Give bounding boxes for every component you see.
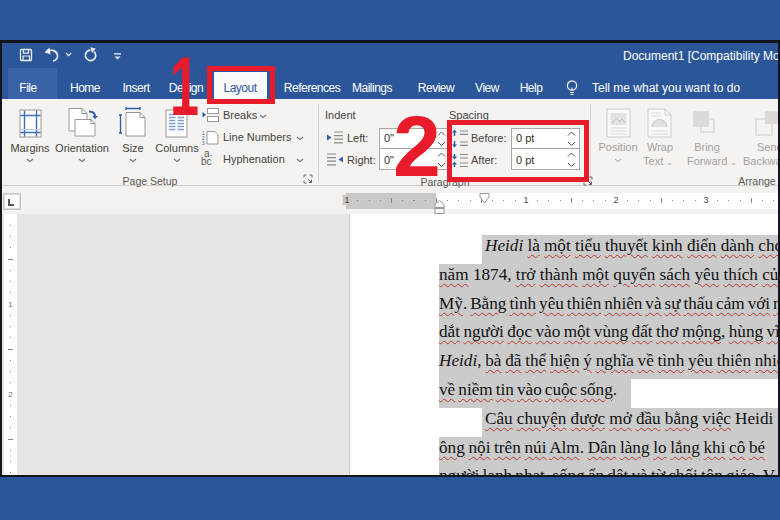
svg-text:3: 3 [202,141,205,146]
